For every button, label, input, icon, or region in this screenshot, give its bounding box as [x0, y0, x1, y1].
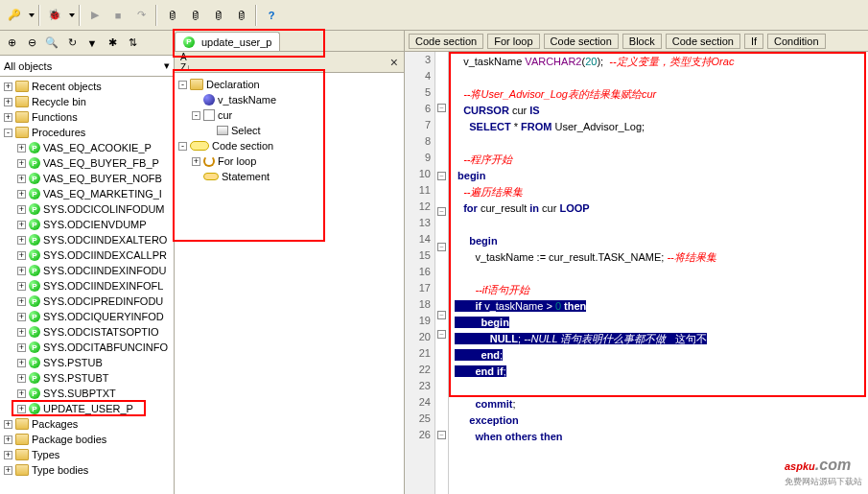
- breadcrumb-item[interactable]: Code section: [666, 34, 740, 49]
- tree-item[interactable]: +PVAS_EQ_BUYER_NOFB: [2, 171, 172, 186]
- expand-toggle[interactable]: +: [17, 328, 26, 337]
- refresh-icon[interactable]: ↻: [62, 34, 82, 53]
- fold-toggle[interactable]: −: [437, 172, 446, 180]
- expand-icon[interactable]: ⊖: [22, 34, 41, 53]
- dropdown-icon[interactable]: [29, 13, 35, 17]
- code-line[interactable]: commit;: [455, 396, 868, 412]
- tree-item[interactable]: +Package bodies: [2, 432, 172, 447]
- tree-item[interactable]: +PSYS.ODCIENVDUMP: [2, 217, 172, 232]
- tree-item[interactable]: +Types: [2, 447, 172, 462]
- tree-item[interactable]: +PSYS.ODCIINDEXCALLPR: [2, 247, 172, 263]
- tree-item[interactable]: +PSYS.ODCIPREDINFODU: [2, 294, 172, 309]
- close-icon[interactable]: ×: [390, 55, 398, 70]
- tree-item[interactable]: +Recent objects: [2, 79, 172, 94]
- expand-toggle[interactable]: +: [17, 251, 26, 260]
- expand-toggle[interactable]: +: [17, 359, 26, 367]
- object-tree: +Recent objects+Recycle bin+Functions-Pr…: [0, 77, 174, 494]
- code-editor[interactable]: 3456789101112131415161718192021222324252…: [405, 52, 868, 494]
- breadcrumb-item[interactable]: Condition: [767, 34, 825, 49]
- tree-item-label: SYS.ODCIINDEXALTERO: [43, 234, 167, 246]
- tree-item[interactable]: +PSYS.ODCICOLINFODUM: [2, 201, 172, 217]
- tree-item[interactable]: +PSYS.SUBPTXT: [2, 386, 172, 401]
- tree-item[interactable]: +Type bodies: [2, 462, 172, 478]
- expand-toggle[interactable]: +: [4, 98, 12, 106]
- tree-item[interactable]: +PSYS.ODCIQUERYINFOD: [2, 309, 172, 324]
- tree-item[interactable]: -Procedures: [2, 125, 172, 140]
- tree-item[interactable]: +Functions: [2, 109, 172, 125]
- tree-item[interactable]: +PSYS.ODCIINDEXINFODU: [2, 263, 172, 278]
- expand-toggle[interactable]: +: [4, 435, 12, 444]
- tree-item[interactable]: +Packages: [2, 416, 172, 432]
- stop-icon[interactable]: ■: [107, 5, 129, 26]
- expand-toggle[interactable]: +: [17, 190, 26, 199]
- filter-icon[interactable]: ▼: [82, 34, 102, 53]
- expand-toggle[interactable]: +: [17, 313, 26, 321]
- expand-toggle[interactable]: +: [17, 144, 26, 153]
- dropdown-icon[interactable]: [69, 13, 75, 17]
- tree-item[interactable]: +PSYS.ODCIINDEXINFOFL: [2, 278, 172, 294]
- expand-toggle[interactable]: -: [4, 129, 12, 137]
- tree-item[interactable]: +PUPDATE_USER_P: [2, 401, 172, 416]
- procedure-icon: P: [29, 219, 40, 230]
- breadcrumb-item[interactable]: Code section: [544, 34, 619, 49]
- tree-item[interactable]: +PSYS.ODCITABFUNCINFO: [2, 340, 172, 355]
- tree-item[interactable]: +PVAS_EQ_MARKETING_I: [2, 186, 172, 201]
- expand-toggle[interactable]: +: [17, 236, 26, 245]
- highlight-annotation: [12, 400, 146, 416]
- expand-toggle[interactable]: +: [4, 113, 12, 122]
- search-icon[interactable]: 🔍: [42, 34, 61, 53]
- key-icon[interactable]: 🔑: [4, 5, 25, 26]
- expand-toggle[interactable]: +: [4, 451, 12, 459]
- line-number: 18: [405, 298, 431, 315]
- fold-toggle[interactable]: −: [437, 104, 446, 112]
- folder-icon: [15, 434, 29, 445]
- sort-icon[interactable]: ⇅: [123, 34, 142, 53]
- expand-toggle[interactable]: +: [17, 267, 26, 275]
- run-icon[interactable]: ▶: [84, 5, 106, 26]
- expand-toggle[interactable]: +: [4, 420, 12, 429]
- expand-toggle[interactable]: +: [17, 159, 26, 168]
- expand-toggle[interactable]: +: [17, 389, 26, 398]
- breadcrumb-item[interactable]: Code section: [409, 34, 483, 49]
- tree-item[interactable]: +PSYS.ODCISTATSOPTIO: [2, 324, 172, 340]
- expand-toggle[interactable]: +: [4, 466, 12, 475]
- expand-toggle[interactable]: +: [17, 282, 26, 291]
- bug-icon[interactable]: 🐞: [44, 5, 65, 26]
- expand-toggle[interactable]: +: [17, 221, 26, 229]
- expand-toggle[interactable]: +: [17, 175, 26, 183]
- tree-item[interactable]: +PSYS.PSTUBT: [2, 370, 172, 386]
- breadcrumb-item[interactable]: If: [744, 34, 763, 49]
- step-icon[interactable]: ↷: [130, 5, 152, 26]
- tree-item[interactable]: +PSYS.ODCIINDEXALTERO: [2, 232, 172, 247]
- tree-item-label: VAS_EQ_BUYER_FB_P: [43, 157, 159, 169]
- expand-toggle[interactable]: +: [17, 343, 26, 352]
- fold-toggle[interactable]: −: [437, 207, 446, 216]
- fold-toggle[interactable]: −: [437, 330, 446, 339]
- expand-toggle[interactable]: +: [17, 205, 26, 214]
- filter-label: All objects: [4, 60, 164, 72]
- tree-item[interactable]: +PVAS_EQ_BUYER_FB_P: [2, 155, 172, 171]
- code-line[interactable]: when others then: [455, 429, 868, 445]
- expand-toggle[interactable]: +: [17, 297, 26, 306]
- sql-icon[interactable]: 🛢: [184, 5, 205, 26]
- line-number: 10: [405, 168, 431, 184]
- code-line[interactable]: exception: [455, 412, 868, 429]
- collapse-icon[interactable]: ⊕: [2, 34, 21, 53]
- chevron-down-icon[interactable]: ▾: [164, 59, 170, 72]
- fold-toggle[interactable]: −: [437, 243, 446, 251]
- expand-toggle[interactable]: +: [4, 82, 12, 91]
- breadcrumb-item[interactable]: Block: [622, 34, 662, 49]
- tree-item[interactable]: +PSYS.PSTUB: [2, 355, 172, 370]
- fold-toggle[interactable]: −: [437, 431, 446, 439]
- tree-item[interactable]: +Recycle bin: [2, 94, 172, 109]
- new-icon[interactable]: ✱: [103, 34, 122, 53]
- help-icon[interactable]: ?: [261, 5, 282, 26]
- tree-item[interactable]: +PVAS_EQ_ACOOKIE_P: [2, 140, 172, 155]
- db-icon[interactable]: 🛢: [161, 5, 182, 26]
- rollback-icon[interactable]: 🛢: [230, 5, 251, 26]
- filter-bar[interactable]: All objects ▾: [0, 56, 174, 77]
- fold-toggle[interactable]: −: [437, 311, 446, 319]
- commit-icon[interactable]: 🛢: [207, 5, 228, 26]
- expand-toggle[interactable]: +: [17, 374, 26, 383]
- breadcrumb-item[interactable]: For loop: [487, 34, 539, 49]
